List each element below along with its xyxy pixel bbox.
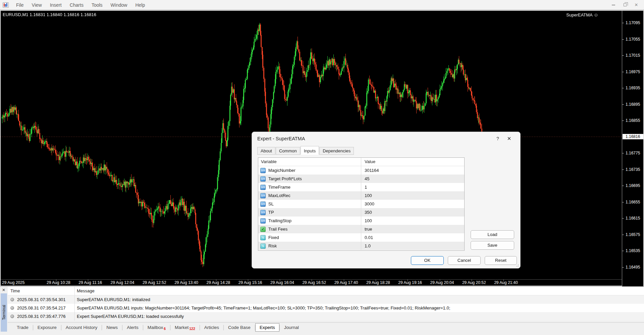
tab-about[interactable]: About bbox=[257, 147, 275, 155]
param-row[interactable]: 123MagicNumber301164 bbox=[258, 166, 464, 175]
tab-badge: 122 bbox=[189, 327, 195, 331]
terminal-tab-alerts[interactable]: Alerts bbox=[122, 324, 143, 331]
menu-insert[interactable]: Insert bbox=[46, 1, 66, 9]
param-row[interactable]: 123TrailingStop100 bbox=[258, 217, 464, 225]
log-message: Expert SuperEATMA EURUSD,M1: loaded succ… bbox=[75, 314, 644, 319]
param-row[interactable]: 123Target Profit*Lots45 bbox=[258, 175, 464, 183]
param-value-cell[interactable]: true bbox=[361, 227, 464, 232]
expert-properties-dialog: Expert - SuperEATMA ? ✕ AboutCommonInput… bbox=[252, 132, 521, 269]
tab-label: Exposure bbox=[38, 325, 57, 330]
param-name-cell: 123MagicNumber bbox=[258, 166, 361, 175]
terminal-tab-market[interactable]: Market122 bbox=[170, 324, 200, 331]
param-value-cell[interactable]: 350 bbox=[361, 210, 464, 215]
dialog-title-bar[interactable]: Expert - SuperEATMA ? ✕ bbox=[252, 132, 520, 145]
tab-dependencies[interactable]: Dependencies bbox=[319, 147, 354, 155]
terminal-tab-account-history[interactable]: Account History bbox=[61, 324, 102, 331]
terminal-close-button[interactable]: ✕ bbox=[1, 287, 6, 293]
param-row[interactable]: ½Fixed0.01 bbox=[258, 233, 464, 242]
log-row[interactable]: 2025.08.31 07:35:54.301SuperEATMA EURUSD… bbox=[8, 295, 644, 304]
menu-help[interactable]: Help bbox=[131, 1, 149, 9]
param-name-cell: 123Target Profit*Lots bbox=[258, 175, 361, 183]
time-axis[interactable]: 29 Aug 202529 Aug 10:2829 Aug 11:1629 Au… bbox=[1, 279, 622, 286]
price-tick: 1.17015 bbox=[626, 53, 640, 58]
menu-bar: FileViewInsertChartsToolsWindowHelp ✕ bbox=[0, 0, 644, 10]
param-value-cell[interactable]: 45 bbox=[361, 176, 464, 181]
terminal-tab-trade[interactable]: Trade bbox=[12, 324, 33, 331]
minimize-icon bbox=[612, 5, 615, 5]
param-value-cell[interactable]: 3000 bbox=[361, 201, 464, 206]
param-row[interactable]: 123SL3000 bbox=[258, 200, 464, 208]
reset-button[interactable]: Reset bbox=[485, 256, 517, 265]
param-value-cell[interactable]: 100 bbox=[361, 193, 464, 198]
param-row[interactable]: 123TimeFrame1 bbox=[258, 183, 464, 191]
cancel-button[interactable]: Cancel bbox=[448, 256, 481, 265]
time-tick: 29 Aug 21:40 bbox=[494, 280, 518, 285]
log-row[interactable]: 2025.08.31 07:35:47.776Expert SuperEATMA… bbox=[8, 312, 644, 321]
param-row[interactable]: ½Risk1.0 bbox=[258, 242, 464, 250]
dialog-close-button[interactable]: ✕ bbox=[503, 136, 516, 142]
menu-file[interactable]: File bbox=[12, 1, 28, 9]
ok-button[interactable]: OK bbox=[411, 256, 444, 265]
terminal-tab-mailbox[interactable]: Mailbox6 bbox=[143, 324, 170, 331]
resize-grip[interactable] bbox=[516, 264, 519, 267]
time-tick-mark bbox=[472, 280, 472, 281]
menu-window[interactable]: Window bbox=[107, 1, 131, 9]
time-tick-mark bbox=[408, 280, 408, 281]
param-name: Trail Fees bbox=[268, 227, 287, 232]
param-value-cell[interactable]: 0.01 bbox=[361, 235, 464, 240]
log-time: 2025.08.31 07:35:54.217 bbox=[17, 305, 66, 310]
terminal-tab-journal[interactable]: Journal bbox=[280, 324, 303, 331]
time-tick: 29 Aug 14:28 bbox=[207, 280, 230, 285]
time-tick: 29 Aug 12:52 bbox=[143, 280, 166, 285]
inputs-table-header: Variable Value bbox=[258, 158, 464, 166]
param-value-cell[interactable]: 1.0 bbox=[361, 243, 464, 248]
time-tick: 29 Aug 19:16 bbox=[398, 280, 422, 285]
param-name: TrailingStop bbox=[268, 218, 291, 223]
time-tick: 29 Aug 17:40 bbox=[334, 280, 358, 285]
time-tick: 29 Aug 13:40 bbox=[174, 280, 198, 285]
price-tick: 1.16735 bbox=[626, 167, 640, 172]
terminal-tab-experts[interactable]: Experts bbox=[255, 323, 279, 332]
window-minimize-button[interactable] bbox=[608, 1, 619, 9]
tab-label: Account History bbox=[66, 325, 98, 330]
inputs-table: Variable Value 123MagicNumber301164123Ta… bbox=[258, 157, 465, 251]
terminal-vertical-tab[interactable]: Terminal bbox=[1, 293, 7, 332]
price-axis[interactable]: 1.170951.170551.170151.169751.169351.168… bbox=[622, 11, 643, 287]
tab-label: Trade bbox=[17, 325, 29, 330]
param-value-cell[interactable]: 1 bbox=[361, 185, 464, 190]
param-row[interactable]: 123MaxLotRec100 bbox=[258, 191, 464, 200]
terminal-tab-code-base[interactable]: Code Base bbox=[224, 324, 255, 331]
time-tick-mark bbox=[56, 280, 56, 281]
window-close-button[interactable]: ✕ bbox=[631, 1, 642, 9]
param-row[interactable]: 123TP350 bbox=[258, 208, 464, 217]
dialog-help-button[interactable]: ? bbox=[493, 136, 503, 141]
menu-tools[interactable]: Tools bbox=[88, 1, 107, 9]
save-button[interactable]: Save bbox=[471, 241, 514, 250]
int-type-icon: 123 bbox=[260, 176, 266, 182]
tab-common[interactable]: Common bbox=[276, 147, 300, 155]
menu-view[interactable]: View bbox=[28, 1, 46, 9]
terminal-tab-news[interactable]: News bbox=[102, 324, 122, 331]
param-value-cell[interactable]: 301164 bbox=[361, 168, 464, 173]
log-bullet-icon bbox=[10, 315, 14, 318]
int-type-icon: 123 bbox=[260, 210, 266, 215]
param-name: TP bbox=[268, 210, 274, 215]
tab-inputs[interactable]: Inputs bbox=[301, 146, 319, 155]
menu-charts[interactable]: Charts bbox=[66, 1, 88, 9]
param-name: MaxLotRec bbox=[268, 193, 290, 198]
time-tick-mark bbox=[503, 280, 504, 281]
param-value-cell[interactable]: 100 bbox=[361, 218, 464, 223]
dialog-title: Expert - SuperEATMA bbox=[257, 136, 305, 141]
terminal-tab-bar: TradeExposureAccount HistoryNewsAlertsMa… bbox=[8, 322, 644, 332]
price-tick: 1.17095 bbox=[626, 20, 640, 25]
terminal-tab-articles[interactable]: Articles bbox=[200, 324, 223, 331]
param-name: SL bbox=[268, 201, 274, 206]
log-row[interactable]: 2025.08.31 07:35:54.217SuperEATMA EURUSD… bbox=[8, 304, 644, 312]
time-tick-mark bbox=[344, 280, 344, 281]
load-button[interactable]: Load bbox=[471, 230, 514, 239]
log-table-header: Time Message bbox=[8, 287, 644, 295]
terminal-tab-exposure[interactable]: Exposure bbox=[33, 324, 61, 331]
time-tick: 29 Aug 20:52 bbox=[462, 280, 486, 285]
param-row[interactable]: ✓Trail Feestrue bbox=[258, 225, 464, 233]
window-restore-button[interactable] bbox=[619, 1, 631, 9]
